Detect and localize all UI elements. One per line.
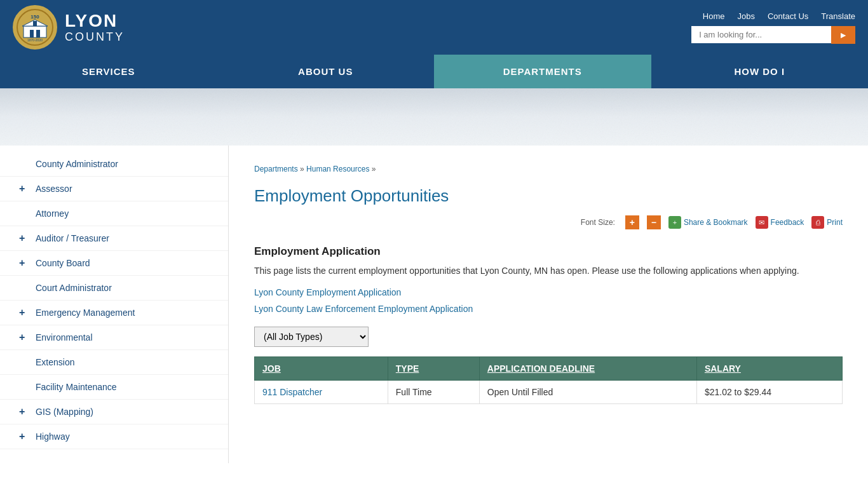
sidebar-label: Attorney <box>36 208 69 219</box>
breadcrumb-hr[interactable]: Human Resources <box>306 165 369 173</box>
sidebar-item-county-board[interactable]: + County Board <box>0 251 228 276</box>
spacer-icon <box>19 381 28 393</box>
feedback-label: Feedback <box>771 218 804 227</box>
sidebar-item-gis-mapping[interactable]: + GIS (Mapping) <box>0 400 228 424</box>
share-bookmark-link[interactable]: + Share & Bookmark <box>668 216 748 229</box>
font-increase-button[interactable]: + <box>625 215 639 229</box>
nav-translate[interactable]: Translate <box>821 11 855 21</box>
plus-icon: + <box>19 431 28 442</box>
section-desc: This page lists the current employment o… <box>254 264 843 278</box>
logo-text: LYON COUNTY <box>65 11 125 44</box>
sidebar-item-extension[interactable]: Extension <box>0 350 228 375</box>
sidebar-item-court-administrator[interactable]: Court Administrator <box>0 276 228 301</box>
sidebar-item-emergency-management[interactable]: + Emergency Management <box>0 301 228 325</box>
plus-icon: + <box>19 332 28 343</box>
job-filter: (All Job Types) Full Time Part Time Temp… <box>254 327 843 347</box>
sidebar-item-auditor-treasurer[interactable]: + Auditor / Treasurer <box>0 226 228 251</box>
feedback-icon: ✉ <box>756 216 768 229</box>
nav-jobs[interactable]: Jobs <box>738 11 755 21</box>
sidebar-item-facility-maintenance[interactable]: Facility Maintenance <box>0 375 228 400</box>
spacer-icon <box>19 158 28 170</box>
nav-how-do-i[interactable]: HOW DO I <box>651 55 869 88</box>
type-cell: Full Time <box>388 381 479 404</box>
spacer-icon <box>19 356 28 368</box>
plus-icon: + <box>19 233 28 244</box>
sidebar-item-attorney[interactable]: Attorney <box>0 201 228 226</box>
col-type: TYPE <box>388 357 479 381</box>
sidebar-label: County Administrator <box>36 159 118 169</box>
col-salary: SALARY <box>696 357 842 381</box>
salary-cell: $21.02 to $29.44 <box>696 381 842 404</box>
col-job-link[interactable]: JOB <box>262 363 281 374</box>
share-label: Share & Bookmark <box>684 218 748 227</box>
svg-text:150: 150 <box>31 14 39 20</box>
job-cell: 911 Dispatcher <box>255 381 388 404</box>
sidebar-label: Facility Maintenance <box>36 382 117 392</box>
table-header: JOB TYPE APPLICATION DEADLINE SALARY <box>255 357 843 381</box>
sidebar-label: County Board <box>36 258 90 268</box>
plus-icon: + <box>19 406 28 417</box>
sidebar-label: Court Administrator <box>36 283 112 293</box>
search-bar: ► <box>691 26 855 44</box>
col-salary-link[interactable]: SALARY <box>705 363 741 374</box>
nav-home[interactable]: Home <box>703 11 725 21</box>
breadcrumb-sep2: » <box>372 165 376 173</box>
main-content: Departments » Human Resources » Employme… <box>229 146 868 463</box>
table-row: 911 Dispatcher Full Time Open Until Fill… <box>255 381 843 404</box>
nav-contact[interactable]: Contact Us <box>768 11 808 21</box>
top-header: 150 1870-2020 LYON COUNTY Home Jobs Cont… <box>0 0 868 55</box>
svg-rect-6 <box>33 21 37 26</box>
print-link[interactable]: ⎙ Print <box>811 216 843 229</box>
search-button[interactable]: ► <box>831 26 855 44</box>
logo-lyon: LYON <box>65 11 125 31</box>
table-body: 911 Dispatcher Full Time Open Until Fill… <box>255 381 843 404</box>
sidebar-label: Assessor <box>36 184 72 194</box>
col-deadline: APPLICATION DEADLINE <box>479 357 696 381</box>
svg-text:1870-2020: 1870-2020 <box>27 38 43 42</box>
col-deadline-link[interactable]: APPLICATION DEADLINE <box>487 363 595 374</box>
page-title: Employment Opportunities <box>254 186 843 206</box>
nav-services[interactable]: SERVICES <box>0 55 217 88</box>
svg-rect-2 <box>24 26 46 37</box>
plus-icon: + <box>19 307 28 318</box>
sidebar-label: Auditor / Treasurer <box>36 233 109 243</box>
breadcrumb-sep1: » <box>300 165 306 173</box>
svg-rect-3 <box>30 30 34 37</box>
plus-icon: + <box>19 183 28 194</box>
col-job: JOB <box>255 357 388 381</box>
jobs-table: JOB TYPE APPLICATION DEADLINE SALARY 911… <box>254 356 843 404</box>
page-layout: County Administrator + Assessor Attorney… <box>0 146 868 463</box>
print-icon: ⎙ <box>811 216 824 229</box>
logo-circle: 150 1870-2020 <box>13 5 57 50</box>
top-nav-links: Home Jobs Contact Us Translate <box>703 11 855 21</box>
sidebar-item-environmental[interactable]: + Environmental <box>0 325 228 350</box>
plus-icon: + <box>19 257 28 269</box>
top-nav-right: Home Jobs Contact Us Translate ► <box>691 11 855 44</box>
job-link[interactable]: 911 Dispatcher <box>262 387 322 397</box>
law-enforcement-app-link[interactable]: Lyon County Law Enforcement Employment A… <box>254 304 843 314</box>
breadcrumb-departments[interactable]: Departments <box>254 165 298 173</box>
search-input[interactable] <box>691 26 831 43</box>
feedback-link[interactable]: ✉ Feedback <box>756 216 804 229</box>
section-title: Employment Application <box>254 245 843 258</box>
main-nav: SERVICES ABOUT US DEPARTMENTS HOW DO I <box>0 55 868 88</box>
font-decrease-button[interactable]: − <box>647 215 661 229</box>
logo-county: COUNTY <box>65 31 125 44</box>
sidebar-label: Extension <box>36 357 74 367</box>
sidebar-item-assessor[interactable]: + Assessor <box>0 177 228 201</box>
logo-area: 150 1870-2020 LYON COUNTY <box>13 5 125 50</box>
sidebar-label: Environmental <box>36 332 93 342</box>
sidebar-item-highway[interactable]: + Highway <box>0 424 228 449</box>
nav-about-us[interactable]: ABOUT US <box>217 55 435 88</box>
hero-banner <box>0 88 868 146</box>
job-type-select[interactable]: (All Job Types) Full Time Part Time Temp… <box>254 327 369 347</box>
tools-bar: Font Size: + − + Share & Bookmark ✉ Feed… <box>254 215 843 229</box>
sidebar-item-county-administrator[interactable]: County Administrator <box>0 152 228 177</box>
sidebar-label: Emergency Management <box>36 308 135 318</box>
svg-rect-4 <box>36 30 40 37</box>
nav-departments[interactable]: DEPARTMENTS <box>434 55 651 88</box>
sidebar-label: Highway <box>36 431 70 442</box>
col-type-link[interactable]: TYPE <box>396 363 419 374</box>
table-header-row: JOB TYPE APPLICATION DEADLINE SALARY <box>255 357 843 381</box>
employment-app-link[interactable]: Lyon County Employment Application <box>254 287 843 297</box>
